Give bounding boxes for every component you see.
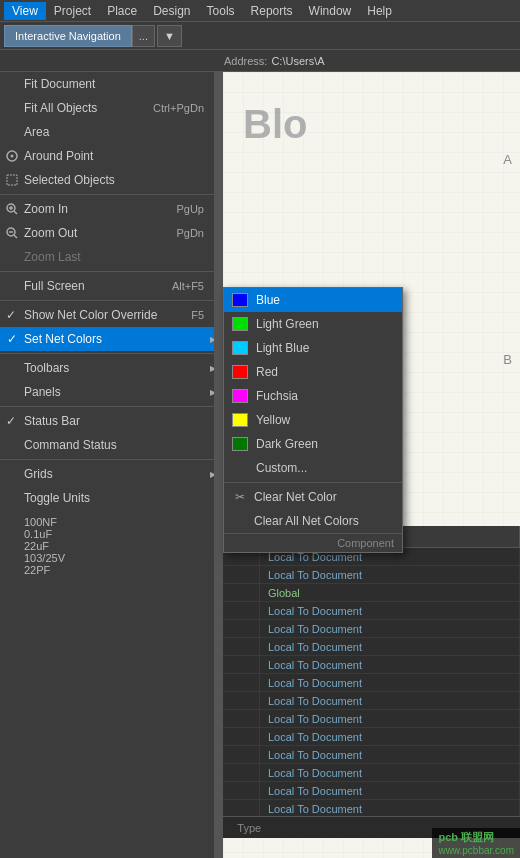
watermark: pcb 联盟网 www.pcbbar.com — [432, 828, 520, 858]
fit-document-icon — [4, 76, 20, 92]
menu-toggle-units[interactable]: Toggle Units — [0, 486, 222, 510]
menu-set-net-colors[interactable]: ✓ Set Net Colors — [0, 327, 222, 351]
dark-green-swatch — [232, 437, 248, 451]
svg-point-1 — [11, 155, 14, 158]
cell-scope: Local To Document — [260, 746, 520, 763]
red-swatch — [232, 365, 248, 379]
menu-sep-5 — [0, 459, 222, 460]
watermark-line1: pcb 联盟网 — [438, 830, 514, 845]
address-value: C:\Users\A — [271, 55, 324, 67]
type-label: Type — [237, 822, 261, 834]
menu-command-status[interactable]: Command Status — [0, 433, 222, 457]
cell-scope: Local To Document — [260, 764, 520, 781]
submenu-fuchsia[interactable]: Fuchsia — [224, 384, 402, 408]
zoom-in-icon — [4, 201, 20, 217]
submenu-dark-green[interactable]: Dark Green — [224, 432, 402, 456]
menu-tools[interactable]: Tools — [199, 2, 243, 20]
menu-window[interactable]: Window — [301, 2, 360, 20]
cell-scope: Local To Document — [260, 674, 520, 691]
menu-selected-objects[interactable]: Selected Objects — [0, 168, 222, 192]
component-label: Component — [224, 533, 402, 552]
cell-scope: Local To Document — [260, 710, 520, 727]
watermark-line2: www.pcbbar.com — [438, 845, 514, 856]
selected-objects-icon — [4, 172, 20, 188]
cell-scope: Local To Document — [260, 800, 520, 817]
light-green-swatch — [232, 317, 248, 331]
menu-area[interactable]: Area — [0, 120, 222, 144]
fuchsia-swatch — [232, 389, 248, 403]
svg-line-6 — [14, 211, 17, 214]
menu-grids[interactable]: Grids — [0, 462, 222, 486]
menu-fit-document[interactable]: Fit Document — [0, 72, 222, 96]
fit-all-icon — [4, 100, 20, 116]
scissors-icon: ✂ — [232, 490, 248, 504]
submenu-clear-net-color[interactable]: ✂ Clear Net Color — [224, 485, 402, 509]
cell-scope: Local To Document — [260, 638, 520, 655]
menu-around-point[interactable]: Around Point — [0, 144, 222, 168]
cell-scope: Local To Document — [260, 782, 520, 799]
menu-reports[interactable]: Reports — [243, 2, 301, 20]
cell-scope: Local To Document — [260, 692, 520, 709]
submenu-yellow[interactable]: Yellow — [224, 408, 402, 432]
toolbar-pin-button[interactable]: ▼ — [157, 25, 182, 47]
cell-scope: Global — [260, 584, 520, 601]
marker-b: B — [503, 352, 512, 367]
menu-scrollbar[interactable] — [214, 72, 222, 858]
menu-sep-2 — [0, 300, 222, 301]
interactive-navigation-button[interactable]: Interactive Navigation — [4, 25, 132, 47]
menu-help[interactable]: Help — [359, 2, 400, 20]
svg-rect-2 — [7, 175, 17, 185]
marker-a: A — [503, 152, 512, 167]
address-label: Address: — [224, 55, 267, 67]
light-blue-swatch — [232, 341, 248, 355]
toolbar-ellipsis-button[interactable]: ... — [132, 25, 155, 47]
cell-scope: Local To Document — [260, 728, 520, 745]
menu-view[interactable]: View — [4, 2, 46, 20]
blue-swatch — [232, 293, 248, 307]
submenu-red[interactable]: Red — [224, 360, 402, 384]
view-dropdown-menu: Fit Document Fit All Objects Ctrl+PgDn A… — [0, 72, 223, 858]
menu-zoom-in[interactable]: Zoom In PgUp — [0, 197, 222, 221]
submenu-clear-all-net-colors[interactable]: Clear All Net Colors — [224, 509, 402, 533]
submenu-sep — [224, 482, 402, 483]
submenu-light-green[interactable]: Light Green — [224, 312, 402, 336]
cell-scope: Local To Document — [260, 656, 520, 673]
menu-sep-0 — [0, 194, 222, 195]
menu-sep-4 — [0, 406, 222, 407]
zoom-out-icon — [4, 225, 20, 241]
menu-status-bar[interactable]: Status Bar — [0, 409, 222, 433]
cell-scope: Local To Document — [260, 566, 520, 583]
submenu-light-blue[interactable]: Light Blue — [224, 336, 402, 360]
menu-design[interactable]: Design — [145, 2, 198, 20]
menu-toolbars[interactable]: Toolbars — [0, 356, 222, 380]
set-net-colors-submenu: Blue Light Green Light Blue Red Fuchsia … — [223, 287, 403, 553]
yellow-swatch — [232, 413, 248, 427]
menu-zoom-last: Zoom Last — [0, 245, 222, 269]
address-bar: Address: C:\Users\A — [0, 50, 520, 72]
checkmark-icon: ✓ — [4, 331, 20, 347]
svg-line-9 — [14, 235, 17, 238]
menu-sep-1 — [0, 271, 222, 272]
menu-fit-all[interactable]: Fit All Objects Ctrl+PgDn — [0, 96, 222, 120]
menu-full-screen[interactable]: Full Screen Alt+F5 — [0, 274, 222, 298]
toolbar: Interactive Navigation ... ▼ — [0, 22, 520, 50]
menu-place[interactable]: Place — [99, 2, 145, 20]
menu-show-net-color[interactable]: Show Net Color Override F5 — [0, 303, 222, 327]
around-point-icon — [4, 148, 20, 164]
menu-panels[interactable]: Panels — [0, 380, 222, 404]
menu-sep-3 — [0, 353, 222, 354]
menubar: View Project Place Design Tools Reports … — [0, 0, 520, 22]
menu-project[interactable]: Project — [46, 2, 99, 20]
cell-scope: Local To Document — [260, 620, 520, 637]
cap-values: 100NF 0.1uF 22uF 103/25V 22PF — [0, 514, 222, 578]
cell-scope: Local To Document — [260, 602, 520, 619]
menu-zoom-out[interactable]: Zoom Out PgDn — [0, 221, 222, 245]
submenu-custom[interactable]: Custom... — [224, 456, 402, 480]
submenu-blue[interactable]: Blue — [224, 288, 402, 312]
